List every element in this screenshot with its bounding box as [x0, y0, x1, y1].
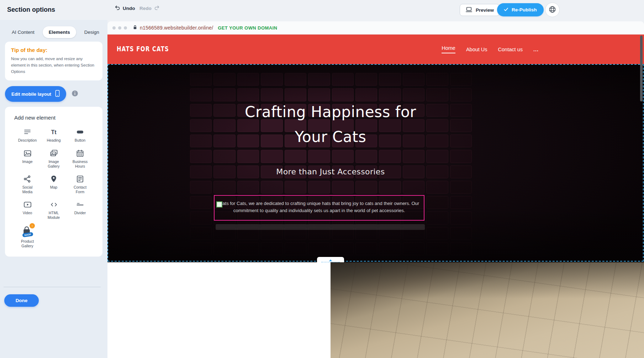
check-icon — [504, 7, 508, 12]
video-icon — [23, 199, 32, 209]
page-title: Section options — [7, 6, 55, 14]
add-element-panel: Add new element Description Tt Heading B… — [5, 107, 102, 256]
add-element-title: Add new element — [14, 115, 93, 121]
element-label: Contact Form — [70, 185, 90, 194]
phone-icon — [55, 90, 60, 98]
social-media-icon — [23, 173, 32, 183]
info-icon[interactable] — [72, 90, 78, 98]
element-item-business-hours[interactable]: Business Hours — [67, 148, 93, 169]
browser-bar: n1566589.websitebuilder.online/ GET YOUR… — [107, 21, 644, 35]
hero-content: Crafting Happiness for Your Cats More th… — [107, 64, 554, 262]
site-logo[interactable]: HATS FOR CATS — [117, 44, 169, 53]
nav-home[interactable]: Home — [442, 45, 455, 53]
element-item-product-gallery[interactable]: ↑ SHOP Product Gallery — [14, 225, 41, 248]
element-grid: Description Tt Heading Button Image Imag… — [14, 126, 93, 248]
get-domain-link[interactable]: GET YOUR OWN DOMAIN — [218, 25, 277, 31]
tab-design[interactable]: Design — [78, 26, 105, 38]
scrollbar-thumb[interactable] — [640, 36, 643, 101]
window-dot — [112, 26, 116, 30]
resize-dash-line — [321, 262, 340, 262]
site-nav: Home About Us Contact us ... — [442, 35, 539, 64]
tab-elements[interactable]: Elements — [43, 26, 76, 38]
image-icon — [23, 148, 32, 158]
site-url: n1566589.websitebuilder.online/ — [140, 25, 213, 31]
undo-label: Undo — [123, 6, 135, 11]
redo-icon — [154, 5, 160, 11]
element-item-button[interactable]: Button — [67, 126, 93, 143]
hero-paragraph: Hats for Cats, we are dedicated to craft… — [217, 200, 421, 214]
image-gallery-icon — [49, 148, 58, 158]
contact-form-icon — [76, 173, 84, 183]
element-item-video[interactable]: Video — [14, 199, 41, 220]
browser-frame: n1566589.websitebuilder.online/ GET YOUR… — [107, 21, 644, 358]
site-header: HATS FOR CATS Home About Us Contact us .… — [107, 35, 644, 64]
undo-icon — [115, 5, 120, 11]
nav-contact-us[interactable]: Contact us — [498, 47, 523, 52]
element-label: Social Media — [17, 185, 38, 194]
undo-button[interactable]: Undo — [115, 5, 135, 11]
edit-mobile-layout-button[interactable]: Edit mobile layout — [5, 86, 66, 102]
tip-body: Now you can add, move and resize any ele… — [11, 56, 96, 75]
floor-photo — [331, 262, 644, 358]
topbar: Section options Undo Redo Preview Re-Pub… — [0, 0, 644, 20]
nav-more-menu[interactable]: ... — [533, 47, 539, 52]
app-screen: Section options Undo Redo Preview Re-Pub… — [0, 0, 644, 358]
element-label: Business Hours — [70, 159, 90, 169]
divider-icon — [76, 199, 84, 209]
hero-section[interactable]: Crafting Happiness for Your Cats More th… — [107, 64, 644, 262]
element-label: Product Gallery — [17, 239, 38, 248]
element-item-image-gallery[interactable]: Image Gallery — [41, 148, 67, 169]
hero-heading[interactable]: Crafting Happiness for Your Cats — [107, 100, 554, 149]
selected-text-element[interactable]: Hats for Cats, we are dedicated to craft… — [214, 195, 424, 221]
element-item-contact-form[interactable]: Contact Form — [67, 173, 93, 194]
element-item-social-media[interactable]: Social Media — [14, 173, 41, 194]
globe-icon — [549, 6, 556, 14]
element-label: Map — [50, 185, 57, 190]
arrow-up-icon — [329, 259, 332, 261]
nav-about-us[interactable]: About Us — [466, 47, 487, 52]
product-gallery-icon: ↑ SHOP — [21, 225, 33, 237]
element-label: Description — [18, 138, 37, 143]
window-dot — [118, 26, 121, 30]
redo-label: Redo — [139, 6, 152, 11]
tip-title: Tip of the day: — [11, 47, 96, 53]
button-icon — [76, 126, 84, 136]
element-item-heading[interactable]: Tt Heading — [41, 126, 67, 143]
element-label: HTML Module — [43, 211, 64, 220]
upgrade-badge-icon: ↑ — [30, 223, 35, 228]
tab-ai-content[interactable]: AI Content — [6, 26, 41, 38]
redo-button[interactable]: Redo — [139, 5, 160, 11]
hero-subheading[interactable]: More than Just Accessories — [107, 167, 554, 176]
element-item-map[interactable]: Map — [41, 173, 67, 194]
map-pin-icon — [49, 173, 58, 183]
republish-label: Re-Publish — [512, 7, 537, 12]
element-label: Heading — [47, 138, 60, 143]
element-item-description[interactable]: Description — [14, 126, 41, 143]
drag-handle[interactable] — [216, 201, 222, 207]
section-resize-handle[interactable] — [317, 257, 344, 262]
element-item-html-module[interactable]: HTML Module — [41, 199, 67, 220]
language-globe-button[interactable] — [545, 2, 560, 17]
editor-canvas: n1566589.websitebuilder.online/ GET YOUR… — [107, 20, 644, 358]
mobile-layout-row: Edit mobile layout — [5, 86, 102, 102]
code-icon — [49, 199, 58, 209]
preview-button[interactable]: Preview — [460, 4, 500, 16]
done-button[interactable]: Done — [4, 294, 39, 307]
sidebar: AI Content Elements Design Tip of the da… — [0, 20, 107, 358]
business-hours-icon — [76, 148, 84, 158]
sidebar-divider — [4, 287, 101, 287]
shop-badge: SHOP — [22, 232, 33, 237]
monitor-icon — [465, 7, 473, 14]
window-dot — [124, 26, 127, 30]
next-section[interactable] — [107, 262, 644, 358]
element-item-divider[interactable]: Divider — [67, 199, 93, 220]
element-item-image[interactable]: Image — [14, 148, 41, 169]
element-label: Image Gallery — [43, 159, 64, 169]
preview-label: Preview — [476, 7, 494, 13]
description-icon — [23, 126, 32, 136]
lock-icon — [133, 25, 137, 31]
element-label: Button — [75, 138, 85, 143]
site-preview: HATS FOR CATS Home About Us Contact us .… — [107, 35, 644, 358]
heading-icon: Tt — [51, 126, 56, 136]
republish-button[interactable]: Re-Publish — [497, 3, 544, 16]
